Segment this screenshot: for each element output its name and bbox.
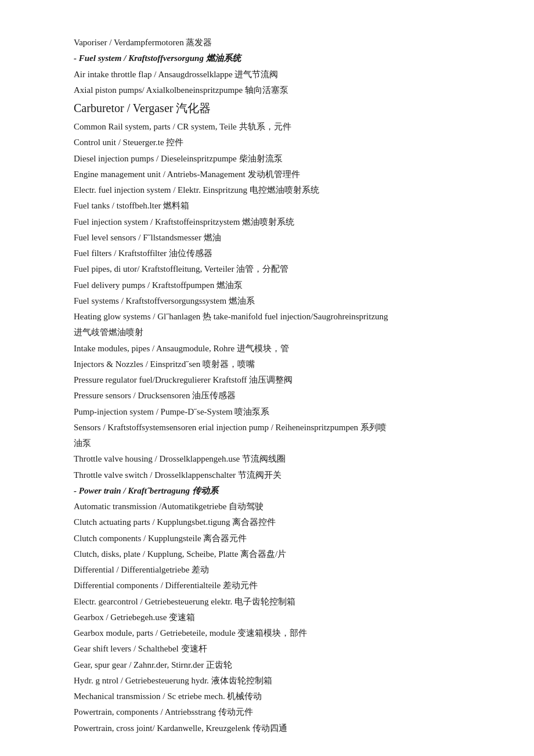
list-item: Control unit / Steuerger.te 控件 xyxy=(74,135,460,150)
list-item: Engine management unit / Antriebs-Manage… xyxy=(74,167,460,182)
list-item: - Power train / Kraft˝bertragung 传动系 xyxy=(74,483,460,498)
list-item: Pump-injection system / Pumpe-D˝se-Syste… xyxy=(74,404,460,419)
list-item: Clutch components / Kupplungsteile 离合器元件 xyxy=(74,531,460,546)
list-item: Mechanical transmission / Sc etriebe mec… xyxy=(74,689,460,704)
list-item: Powertrain, components / Antriebsstrang … xyxy=(74,704,460,719)
content-container: Vaporiser / Verdampfermotoren 蒸发器- Fuel … xyxy=(74,35,460,736)
list-item: Carburetor / Vergaser 汽化器 xyxy=(74,98,460,118)
list-item: Fuel tanks / tstoffbeh.lter 燃料箱 xyxy=(74,198,460,213)
list-item: Common Rail system, parts / CR system, T… xyxy=(74,119,460,134)
list-item: Differential / Differentialgetriebe 差动 xyxy=(74,562,460,577)
list-item: Diesel injection pumps / Dieseleinspritz… xyxy=(74,151,460,166)
list-item: 油泵 xyxy=(74,435,460,451)
list-item: Intake modules, pipes / Ansaugmodule, Ro… xyxy=(74,341,460,356)
list-item: Clutch, disks, plate / Kupplung, Scheibe… xyxy=(74,546,460,561)
list-item: Fuel delivery pumps / Kraftstoffpumpen 燃… xyxy=(74,278,460,293)
list-item: Vaporiser / Verdampfermotoren 蒸发器 xyxy=(74,35,460,50)
list-item: Fuel injection system / Kraftstoffeinspr… xyxy=(74,214,460,229)
list-item: Clutch actuating parts / Kupplungsbet.ti… xyxy=(74,514,460,530)
list-item: Sensors / Kraftstoffsystemsensoren erial… xyxy=(74,420,460,435)
list-item: Pressure regulator fuel/Druckregulierer … xyxy=(74,372,460,387)
list-item: - Fuel system / Kraftstoffversorgung 燃油系… xyxy=(74,51,460,66)
list-item: Pressure sensors / Drucksensoren 油压传感器 xyxy=(74,388,460,403)
list-item: Throttle valve housing / Drosselklappeng… xyxy=(74,451,460,466)
list-item: Gear shift levers / Schalthebel 变速杆 xyxy=(74,641,460,656)
list-item: Fuel filters / Kraftstoffilter 油位传感器 xyxy=(74,246,460,261)
list-item: Gearbox / Getriebegeh.use 变速箱 xyxy=(74,610,460,625)
list-item: Axial piston pumps/ Axialkolbeneinspritz… xyxy=(74,82,460,98)
list-item: Differential components / Differentialte… xyxy=(74,578,460,593)
list-item: Throttle valve switch / Drosselklappensc… xyxy=(74,467,460,483)
list-item: Air intake throttle flap / Ansaugdrossel… xyxy=(74,67,460,82)
list-item: Heating glow systems / Gl˝hanlagen 热 tak… xyxy=(74,309,460,324)
list-item: Hydr. g ntrol / Getriebesteuerung hydr. … xyxy=(74,673,460,688)
list-item: Injectors & Nozzles / Einspritzd˝sen 喷射器… xyxy=(74,357,460,372)
list-item: Fuel systems / Kraftstoffversorgungssyst… xyxy=(74,293,460,308)
list-item: Gear, spur gear / Zahnr.der, Stirnr.der … xyxy=(74,657,460,672)
list-item: Gearbox module, parts / Getriebeteile, m… xyxy=(74,625,460,640)
list-item: Electr. gearcontrol / Getriebesteuerung … xyxy=(74,594,460,609)
list-item: Automatic transmission /Automatikgetrieb… xyxy=(74,499,460,514)
list-item: Electr. fuel injection system / Elektr. … xyxy=(74,182,460,197)
list-item: Powertrain, cross joint/ Kardanwelle, Kr… xyxy=(74,721,460,736)
list-item: 进气歧管燃油喷射 xyxy=(74,325,460,340)
list-item: Fuel level sensors / F˝llstandsmesser 燃油 xyxy=(74,230,460,245)
list-item: Fuel pipes, di utor/ Kraftstoffleitung, … xyxy=(74,261,460,276)
